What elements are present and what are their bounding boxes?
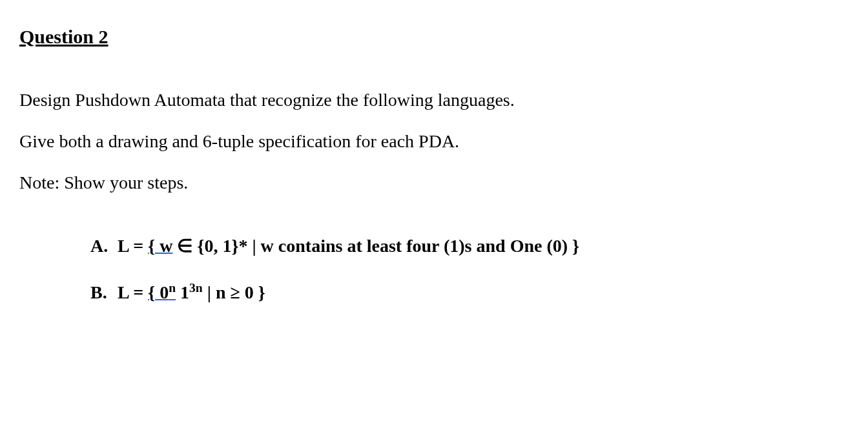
- item-a-underlined: { w: [148, 236, 172, 256]
- instruction-line-2: Give both a drawing and 6-tuple specific…: [19, 128, 849, 155]
- item-a-prefix: L =: [118, 236, 148, 256]
- question-heading: Question 2: [19, 26, 849, 48]
- item-b-prefix: L =: [118, 282, 148, 302]
- instruction-line-1: Design Pushdown Automata that recognize …: [19, 87, 849, 114]
- instruction-line-3: Note: Show your steps.: [19, 169, 849, 196]
- list-content-a: L = { w ∈ {0, 1}* | w contains at least …: [118, 235, 849, 256]
- item-b-sup2: 3n: [189, 281, 203, 295]
- item-b-underlined: { 0n: [148, 282, 176, 302]
- item-b-sup1: n: [169, 281, 176, 295]
- list-content-b: L = { 0n 13n | n ≥ 0 }: [118, 282, 849, 303]
- list-item-a: A. L = { w ∈ {0, 1}* | w contains at lea…: [90, 235, 849, 256]
- list-label-a: A.: [90, 236, 118, 256]
- item-a-rest: ∈ {0, 1}* | w contains at least four (1)…: [172, 236, 579, 256]
- question-list: A. L = { w ∈ {0, 1}* | w contains at lea…: [19, 235, 849, 303]
- list-label-b: B.: [90, 282, 118, 303]
- item-b-mid: 1: [176, 282, 189, 302]
- item-b-underlined-pre: { 0: [148, 282, 169, 302]
- item-b-rest: | n ≥ 0 }: [203, 282, 265, 302]
- list-item-b: B. L = { 0n 13n | n ≥ 0 }: [90, 282, 849, 303]
